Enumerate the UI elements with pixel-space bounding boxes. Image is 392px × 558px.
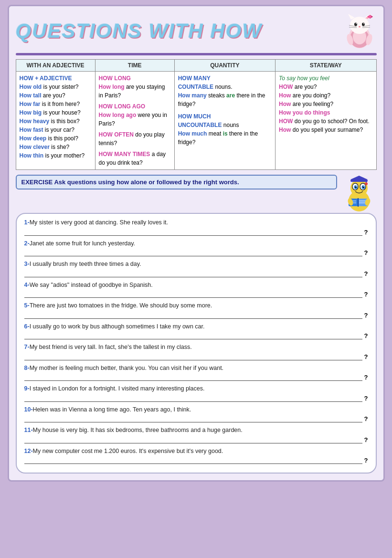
exercise-line-10: ?	[24, 415, 368, 422]
table-cell-time: HOW LONG How long are you staying in Par…	[95, 72, 174, 170]
svg-point-18	[369, 15, 371, 18]
time-how-long-text: How long	[99, 84, 125, 90]
list-item: 6-I usually go to work by bus although s…	[24, 323, 368, 340]
exercise-sentence-6: 6-I usually go to work by bus although s…	[24, 323, 368, 331]
table-cell-adjective: HOW + ADJECTIVE How old is your sister? …	[16, 72, 95, 170]
exercise-line-2: ?	[24, 249, 368, 256]
exercise-line-6: ?	[24, 332, 368, 339]
grammar-table-wrapper: WITH AN ADJECTIVE TIME QUANTITY STATE/WA…	[16, 59, 377, 170]
state-how1: HOW	[279, 84, 293, 90]
exercise-sentence-9: 9-I stayed in London for a fortnight. I …	[24, 385, 368, 393]
svg-point-30	[363, 186, 364, 187]
exercise-line-3: ?	[24, 270, 368, 277]
svg-point-10	[363, 23, 364, 24]
svg-marker-32	[350, 176, 368, 179]
qty-are: are	[226, 92, 235, 99]
state-how-you-do: How you do things	[279, 109, 330, 116]
adj-how-deep: How deep	[20, 135, 47, 142]
list-item: 12-My new computer cost me 1.200 euros. …	[24, 447, 368, 464]
table-header-state: STATE/WAY	[275, 60, 376, 72]
exercise-line-7: ?	[24, 353, 368, 360]
svg-point-34	[365, 182, 368, 185]
exercise-sentence-10: 10-Helen was in Vienna a long time ago. …	[24, 406, 368, 414]
exercise-line-1: ?	[24, 228, 368, 236]
qty-how-much: HOW MUCH	[178, 113, 211, 120]
list-item: 7-My best friend is very tall. In fact, …	[24, 343, 368, 360]
exercise-sentence-5: 5-There are just two tomatoes in the fri…	[24, 302, 368, 310]
exercise-line-12: ?	[24, 456, 368, 464]
exercise-sentence-11: 11-My house is very big. It has six bedr…	[24, 426, 368, 435]
exercise-line-4: ?	[24, 290, 368, 298]
exercise-line-11: ?	[24, 436, 368, 443]
state-how2: How	[279, 92, 291, 99]
svg-point-8	[362, 23, 365, 26]
table-cell-state: To say how you feel HOW are you? How are…	[275, 72, 376, 170]
exercise-line-8: ?	[24, 373, 368, 381]
time-how-long-ago: HOW LONG AGO	[99, 103, 146, 110]
exercise-line-9: ?	[24, 394, 368, 402]
state-how5: How	[279, 126, 291, 133]
svg-point-29	[356, 186, 357, 187]
adj-how-heavy: How heavy	[20, 118, 50, 125]
page: QUESTIONS WITH HOW	[8, 5, 385, 482]
svg-point-11	[359, 26, 360, 28]
svg-point-3	[350, 17, 369, 34]
exercise-label: EXERCISE	[21, 179, 53, 186]
time-how-many-times: HOW MANY TIMES	[99, 151, 150, 158]
qty-is: is	[223, 130, 228, 137]
qty-uncountable: UNCOUNTABLE	[178, 122, 222, 128]
exercise-area: 1-My sister is very good at dancing. She…	[16, 213, 377, 474]
how-adjective-heading: HOW + ADJECTIVE	[20, 75, 72, 82]
grammar-table: WITH AN ADJECTIVE TIME QUANTITY STATE/WA…	[16, 59, 377, 170]
table-cell-quantity: HOW MANY COUNTABLE nouns. How many steak…	[174, 72, 275, 170]
exercise-sentence-8: 8-My mother is feeling much better, than…	[24, 364, 368, 373]
list-item: 1-My sister is very good at dancing. She…	[24, 219, 368, 236]
adj-how-thin: How thin	[20, 152, 44, 159]
time-how-often: HOW OFTEN	[99, 131, 134, 138]
page-title: QUESTIONS WITH HOW	[16, 20, 263, 42]
exercise-sentence-12: 12-My new computer cost me 1.200 euros. …	[24, 447, 368, 456]
qty-countable: COUNTABLE	[178, 84, 213, 90]
qty-how-many: HOW MANY	[178, 75, 211, 82]
exercise-box: EXERCISE Ask questions using how alone o…	[16, 175, 337, 190]
table-row-main: HOW + ADJECTIVE How old is your sister? …	[16, 72, 376, 170]
table-header-adjective: WITH AN ADJECTIVE	[16, 60, 95, 72]
adj-how-big: How big	[20, 109, 42, 116]
state-how4: HOW	[279, 118, 293, 125]
purple-bar	[16, 53, 377, 55]
list-item: 3-I usually brush my teeth three times a…	[24, 260, 368, 277]
adj-how-clever: How clever	[20, 144, 50, 150]
exercise-sentence-1: 1-My sister is very good at dancing. She…	[24, 219, 368, 227]
table-header-time: TIME	[95, 60, 174, 72]
exercise-sentence-2: 2-Janet ate some fruit for lunch yesterd…	[24, 240, 368, 248]
svg-rect-31	[350, 179, 368, 182]
list-item: 5-There are just two tomatoes in the fri…	[24, 302, 368, 319]
adj-how-fast: How fast	[20, 126, 43, 133]
exercise-sentence-7: 7-My best friend is very tall. In fact, …	[24, 343, 368, 352]
adj-how-far: How far	[20, 101, 41, 107]
reading-character-icon	[341, 175, 377, 213]
time-how-long: HOW LONG	[99, 75, 131, 82]
state-how3: How	[279, 101, 291, 107]
adj-how-old: How old	[20, 84, 42, 90]
state-intro: To say how you feel	[279, 74, 372, 83]
list-item: 10-Helen was in Vienna a long time ago. …	[24, 406, 368, 423]
qty-how-many-steaks: How many	[178, 92, 207, 99]
exercise-header-row: EXERCISE Ask questions using how alone o…	[16, 175, 377, 213]
kitty-icon	[342, 12, 377, 50]
table-header-quantity: QUANTITY	[174, 60, 275, 72]
svg-point-9	[356, 23, 357, 24]
list-item: 2-Janet ate some fruit for lunch yesterd…	[24, 240, 368, 257]
qty-how-much-meat: How much	[178, 130, 207, 137]
svg-point-7	[354, 23, 357, 26]
adj-how-tall: How tall	[20, 92, 42, 99]
list-item: 9-I stayed in London for a fortnight. I …	[24, 385, 368, 402]
title-area: QUESTIONS WITH HOW	[16, 12, 377, 50]
exercise-line-5: ?	[24, 311, 368, 319]
list-item: 8-My mother is feeling much better, than…	[24, 364, 368, 381]
exercise-sentence-4: 4-We say "adios" instead of goodbye in S…	[24, 281, 368, 290]
list-item: 11-My house is very big. It has six bedr…	[24, 426, 368, 443]
exercise-sentence-3: 3-I usually brush my teeth three times a…	[24, 260, 368, 269]
list-item: 4-We say "adios" instead of goodbye in S…	[24, 281, 368, 298]
exercise-instruction: Ask questions using how alone or followe…	[54, 179, 239, 186]
